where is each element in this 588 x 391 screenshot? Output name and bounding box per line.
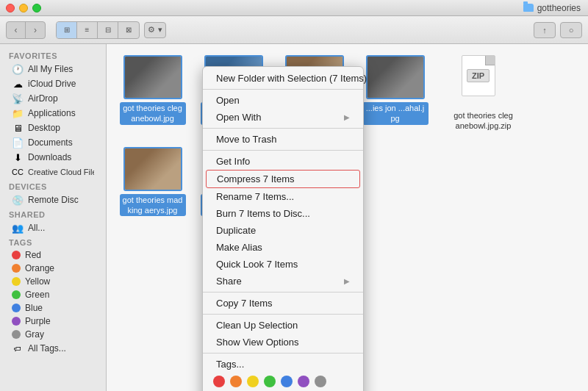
submenu-arrow-icon: ▶ xyxy=(344,113,350,121)
cm-item-label: Copy 7 Items xyxy=(216,298,273,309)
cloud-icon: ☁ xyxy=(12,78,24,90)
close-button[interactable] xyxy=(6,4,15,12)
sidebar-item-label: Yellow xyxy=(25,276,50,287)
view-buttons: ⊞ ≡ ⊟ ⊠ xyxy=(56,21,140,39)
sidebar-item-desktop[interactable]: 🖥 Desktop xyxy=(3,121,103,135)
cm-open-with[interactable]: Open With ▶ xyxy=(203,109,363,126)
cm-tags[interactable]: Tags... xyxy=(203,356,363,373)
sidebar-item-label: All My Files xyxy=(28,64,73,74)
file-thumb-4 xyxy=(366,55,425,99)
folder-icon: 📁 xyxy=(12,107,24,119)
color-dot-green[interactable] xyxy=(264,376,276,387)
sidebar-item-tag-purple[interactable]: Purple xyxy=(3,315,103,328)
folder-icon xyxy=(523,4,534,12)
image-preview-1 xyxy=(125,57,181,98)
cm-separator-3 xyxy=(203,150,363,151)
minimize-button[interactable] xyxy=(19,4,28,12)
file-label-4: ...ies jon ...ahal.jpg xyxy=(362,102,429,125)
color-dot-red[interactable] xyxy=(213,376,225,387)
disc-icon: 💿 xyxy=(12,194,24,206)
image-preview-4 xyxy=(368,57,423,98)
sidebar-item-icloud-drive[interactable]: ☁ iCloud Drive xyxy=(3,76,103,91)
file-item-4[interactable]: ...ies jon ...ahal.jpg xyxy=(360,55,430,132)
sidebar-item-label: Downloads xyxy=(28,152,71,162)
sidebar-item-creative-cloud[interactable]: CC Creative Cloud Files xyxy=(3,165,103,179)
favorites-header: Favorites xyxy=(0,49,106,62)
color-dot-gray[interactable] xyxy=(315,376,326,387)
traffic-lights xyxy=(6,4,41,12)
cm-copy[interactable]: Copy 7 Items xyxy=(203,295,363,312)
tag-dot-orange xyxy=(12,264,21,273)
view-list-button[interactable]: ≡ xyxy=(77,22,98,38)
back-button[interactable]: ‹ xyxy=(7,22,26,38)
sidebar-item-label: iCloud Drive xyxy=(28,79,76,89)
share-button[interactable]: ↑ xyxy=(534,22,556,38)
sidebar-item-label: Gray xyxy=(25,329,44,340)
maximize-button[interactable] xyxy=(32,4,41,12)
titlebar: gottheories xyxy=(0,0,588,16)
cm-compress[interactable]: Compress 7 Items xyxy=(206,170,360,188)
view-coverflow-button[interactable]: ⊠ xyxy=(118,22,139,38)
sidebar-item-all-my-files[interactable]: 🕐 All My Files xyxy=(3,62,103,76)
sidebar-item-label: Creative Cloud Files xyxy=(28,168,94,176)
tag-dot-green xyxy=(12,290,21,299)
view-icon-button[interactable]: ⊞ xyxy=(57,22,77,38)
view-columns-button[interactable]: ⊟ xyxy=(98,22,118,38)
cm-rename[interactable]: Rename 7 Items... xyxy=(203,188,363,205)
tag-dot-red xyxy=(12,251,21,259)
sidebar-item-remote-disc[interactable]: 💿 Remote Disc xyxy=(3,193,103,207)
cm-item-label: Make Alias xyxy=(216,242,262,253)
tag-dot-yellow xyxy=(12,277,21,286)
cm-share[interactable]: Share ▶ xyxy=(203,273,363,290)
cm-get-info[interactable]: Get Info xyxy=(203,153,363,170)
zip-badge: ZIP xyxy=(467,69,490,82)
sidebar-item-tag-orange[interactable]: Orange xyxy=(3,262,103,275)
file-item-zip[interactable]: ZIP got theories cleganebowl.jpg.zip xyxy=(448,55,518,132)
cm-make-alias[interactable]: Make Alias xyxy=(203,239,363,256)
context-menu: New Folder with Selection (7 Items) Open… xyxy=(202,66,364,391)
sidebar-item-tag-green[interactable]: Green xyxy=(3,288,103,301)
cm-clean-up[interactable]: Clean Up Selection xyxy=(203,317,363,334)
sidebar-item-tag-gray[interactable]: Gray xyxy=(3,328,103,341)
cm-new-folder[interactable]: New Folder with Selection (7 Items) xyxy=(203,70,363,87)
sidebar-item-label: All... xyxy=(28,223,45,233)
cm-item-label: New Folder with Selection (7 Items) xyxy=(216,73,367,84)
sidebar-item-label: Blue xyxy=(25,303,43,313)
sidebar-item-documents[interactable]: 📄 Documents xyxy=(3,135,103,150)
file-item-1[interactable]: got theories cleganebowl.jpg xyxy=(118,55,187,132)
sidebar-item-downloads[interactable]: ⬇ Downloads xyxy=(3,150,103,165)
color-dot-purple[interactable] xyxy=(298,376,309,387)
sidebar-item-all-shared[interactable]: 👥 All... xyxy=(3,220,103,235)
sidebar-item-label: Documents xyxy=(28,137,73,148)
cm-move-trash[interactable]: Move to Trash xyxy=(203,131,363,148)
action-button[interactable]: ⚙ ▾ xyxy=(144,22,166,38)
cm-item-label: Tags... xyxy=(216,359,244,370)
forward-button[interactable]: › xyxy=(26,22,45,38)
tag-button[interactable]: ○ xyxy=(560,22,582,38)
cm-quick-look[interactable]: Quick Look 7 Items xyxy=(203,256,363,273)
sidebar-item-tag-red[interactable]: Red xyxy=(3,248,103,262)
sidebar-item-tag-yellow[interactable]: Yellow xyxy=(3,275,103,288)
sidebar-item-applications[interactable]: 📁 Applications xyxy=(3,106,103,121)
sidebar-item-all-tags[interactable]: 🏷 All Tags... xyxy=(3,341,103,356)
cm-separator-4 xyxy=(203,292,363,293)
cm-open[interactable]: Open xyxy=(203,92,363,109)
file-thumb-5 xyxy=(123,147,182,191)
devices-header: Devices xyxy=(0,179,106,193)
file-item-5[interactable]: got theories mad king aerys.jpg xyxy=(118,147,187,217)
toolbar: ‹ › ⊞ ≡ ⊟ ⊠ ⚙ ▾ ↑ ○ xyxy=(0,16,588,44)
cm-duplicate[interactable]: Duplicate xyxy=(203,222,363,239)
cm-view-options[interactable]: Show View Options xyxy=(203,334,363,351)
zip-page-icon: ZIP xyxy=(462,55,495,96)
sidebar-item-tag-blue[interactable]: Blue xyxy=(3,301,103,315)
cm-item-label: Burn 7 Items to Disc... xyxy=(216,208,310,219)
color-dot-orange[interactable] xyxy=(230,376,242,387)
file-label-5: got theories mad king aerys.jpg xyxy=(120,194,186,217)
cm-burn[interactable]: Burn 7 Items to Disc... xyxy=(203,205,363,222)
color-dot-blue[interactable] xyxy=(281,376,293,387)
color-dot-yellow[interactable] xyxy=(247,376,259,387)
cm-item-label: Get Info xyxy=(216,156,250,167)
sidebar: Favorites 🕐 All My Files ☁ iCloud Drive … xyxy=(0,44,107,391)
sidebar-item-airdrop[interactable]: 📡 AirDrop xyxy=(3,91,103,106)
cm-color-row xyxy=(203,373,363,390)
